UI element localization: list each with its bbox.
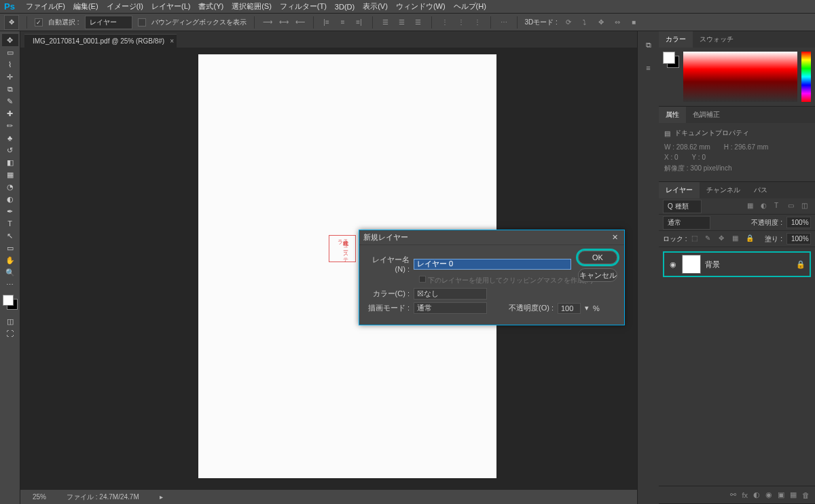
- tab-adjustments[interactable]: 色調補正: [686, 107, 727, 123]
- new-adjustment-icon[interactable]: ◉: [765, 490, 772, 499]
- gradient-tool[interactable]: ▦: [2, 168, 18, 181]
- lock-artboard-icon[interactable]: ▦: [732, 234, 742, 244]
- tab-layers[interactable]: レイヤー: [659, 182, 700, 198]
- chevron-down-icon[interactable]: ▾: [585, 304, 589, 312]
- visibility-icon[interactable]: ◉: [668, 260, 678, 269]
- menu-file[interactable]: ファイル(F): [22, 1, 69, 12]
- close-dialog-icon[interactable]: ✕: [609, 232, 620, 243]
- marquee-tool[interactable]: ▭: [2, 46, 18, 58]
- align-bottom-icon[interactable]: ⟵: [295, 17, 306, 28]
- zoom-readout[interactable]: 25%: [33, 493, 46, 501]
- slide-3d-icon[interactable]: ⇔: [612, 17, 623, 28]
- color-field[interactable]: [683, 52, 797, 102]
- move-tool[interactable]: ✥: [2, 34, 18, 46]
- layer-thumbnail[interactable]: [682, 255, 701, 274]
- hand-tool[interactable]: ✋: [2, 254, 18, 266]
- screen-mode-tool[interactable]: ⛶: [2, 327, 18, 340]
- healing-tool[interactable]: ✚: [2, 107, 18, 120]
- tab-color[interactable]: カラー: [659, 31, 693, 48]
- filter-pixel-icon[interactable]: ▦: [747, 202, 757, 211]
- filter-smart-icon[interactable]: ◫: [801, 202, 811, 211]
- menu-type[interactable]: 書式(Y): [194, 1, 228, 12]
- history-brush-tool[interactable]: ↺: [2, 144, 18, 156]
- layer-row-bg[interactable]: ◉ 背景 🔒: [663, 251, 811, 277]
- auto-select-dropdown[interactable]: レイヤー: [85, 16, 132, 29]
- color-dropdown[interactable]: ☒なし: [414, 288, 487, 300]
- menu-layer[interactable]: レイヤー(L): [147, 1, 194, 12]
- brush-tool[interactable]: ✏: [2, 120, 18, 132]
- menu-filter[interactable]: フィルター(T): [276, 1, 331, 12]
- panel-swatches[interactable]: [663, 52, 679, 68]
- quick-mask-tool[interactable]: ◫: [2, 315, 18, 327]
- new-layer-icon[interactable]: ▦: [790, 490, 797, 499]
- type-tool[interactable]: T: [2, 217, 18, 230]
- bbox-checkbox[interactable]: [138, 18, 146, 26]
- menu-edit[interactable]: 編集(E): [69, 1, 103, 12]
- hue-slider[interactable]: [801, 52, 811, 102]
- dist-bottom-icon[interactable]: ☰: [413, 17, 424, 28]
- zoom-3d-icon[interactable]: ■: [628, 17, 639, 28]
- move-tool-tile[interactable]: ✥: [4, 15, 19, 30]
- file-size-readout[interactable]: ファイル : 24.7M/24.7M: [67, 492, 139, 502]
- layer-name-input[interactable]: [414, 259, 571, 270]
- quick-select-tool[interactable]: ✛: [2, 71, 18, 83]
- layer-fx-icon[interactable]: fx: [742, 491, 748, 499]
- eraser-tool[interactable]: ◧: [2, 156, 18, 168]
- delete-layer-icon[interactable]: 🗑: [802, 491, 810, 499]
- shape-tool[interactable]: ▭: [2, 242, 18, 254]
- tab-properties[interactable]: 属性: [659, 107, 686, 123]
- filter-adjust-icon[interactable]: ◐: [761, 202, 770, 211]
- dist-top-icon[interactable]: ☰: [380, 17, 391, 28]
- tab-swatches[interactable]: スウォッチ: [693, 31, 740, 48]
- menu-3d[interactable]: 3D(D): [331, 3, 359, 11]
- lock-position-icon[interactable]: ✥: [719, 234, 728, 244]
- close-tab-icon[interactable]: ×: [170, 37, 174, 45]
- document-tab[interactable]: IMG_20170814_0001.pdf @ 25% (RGB/8#) ×: [24, 34, 177, 48]
- blur-tool[interactable]: ◔: [2, 181, 18, 193]
- zoom-tool[interactable]: 🔍: [2, 266, 18, 278]
- auto-select-checkbox[interactable]: [35, 18, 43, 26]
- link-layers-icon[interactable]: ⚯: [730, 490, 736, 499]
- tab-paths[interactable]: パス: [747, 182, 774, 198]
- mode-dropdown[interactable]: 通常: [414, 302, 487, 314]
- pan-3d-icon[interactable]: ✥: [596, 17, 606, 28]
- menu-image[interactable]: イメージ(I): [103, 1, 147, 12]
- align-right-icon[interactable]: ≡|: [354, 17, 365, 28]
- dist-left-icon[interactable]: ⋮: [439, 17, 450, 28]
- lasso-tool[interactable]: ⌇: [2, 58, 18, 71]
- eyedropper-tool[interactable]: ✎: [2, 95, 18, 107]
- align-hmid-icon[interactable]: ≡: [338, 17, 348, 28]
- properties-panel-icon[interactable]: ≡: [642, 61, 655, 75]
- ok-button[interactable]: OK: [578, 251, 617, 264]
- layer-kind-dropdown[interactable]: Q 種類: [663, 200, 702, 213]
- align-vmid-icon[interactable]: ⟷: [278, 17, 289, 28]
- cancel-button[interactable]: キャンセル: [578, 268, 617, 282]
- history-panel-icon[interactable]: ⧉: [642, 38, 655, 52]
- fill-value[interactable]: 100%: [786, 233, 811, 245]
- layer-mask-icon[interactable]: ◐: [753, 490, 760, 499]
- menu-view[interactable]: 表示(V): [359, 1, 392, 12]
- layer-name[interactable]: 背景: [705, 259, 792, 270]
- filter-type-icon[interactable]: T: [774, 202, 784, 211]
- overflow-icon[interactable]: ⋯: [499, 17, 509, 28]
- pen-tool[interactable]: ✒: [2, 205, 18, 217]
- dist-right-icon[interactable]: ⋮: [472, 17, 483, 28]
- align-top-icon[interactable]: ⟶: [262, 17, 273, 28]
- menu-window[interactable]: ウィンドウ(W): [392, 1, 450, 12]
- dodge-tool[interactable]: ◐: [2, 193, 18, 205]
- align-left-icon[interactable]: |≡: [321, 17, 332, 28]
- menu-select[interactable]: 選択範囲(S): [228, 1, 276, 12]
- dist-hmid-icon[interactable]: ⋮: [456, 17, 467, 28]
- dist-vmid-icon[interactable]: ☰: [397, 17, 408, 28]
- lock-icon[interactable]: 🔒: [796, 260, 805, 269]
- tab-channels[interactable]: チャンネル: [700, 182, 747, 198]
- path-tool[interactable]: ↖: [2, 230, 18, 242]
- blend-mode-dropdown[interactable]: 通常: [663, 216, 710, 230]
- opacity-input[interactable]: 100: [558, 303, 581, 314]
- more-tools[interactable]: ⋯: [2, 278, 18, 291]
- filter-shape-icon[interactable]: ▭: [788, 202, 797, 211]
- opacity-value[interactable]: 100%: [786, 217, 811, 228]
- crop-tool[interactable]: ⧉: [2, 83, 18, 95]
- lock-transparency-icon[interactable]: ⬚: [691, 234, 701, 244]
- lock-pixels-icon[interactable]: ✎: [705, 234, 714, 244]
